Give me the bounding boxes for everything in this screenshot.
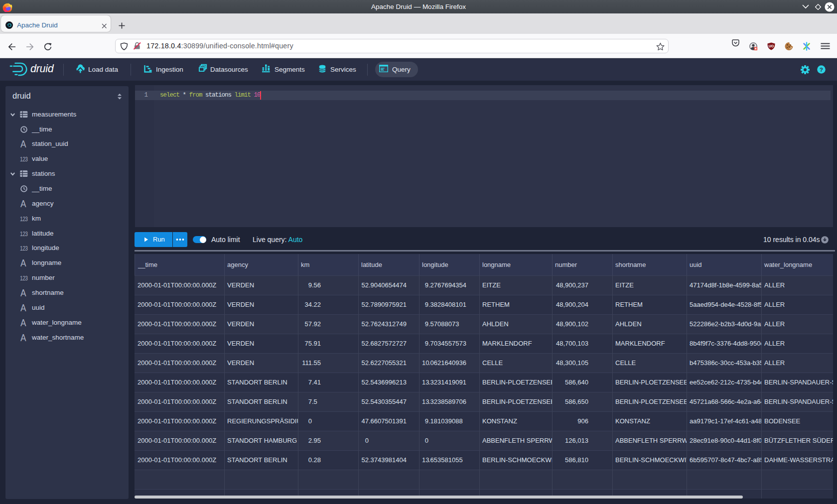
svg-text:UO: UO [769,44,774,48]
svg-text:?: ? [820,67,823,73]
